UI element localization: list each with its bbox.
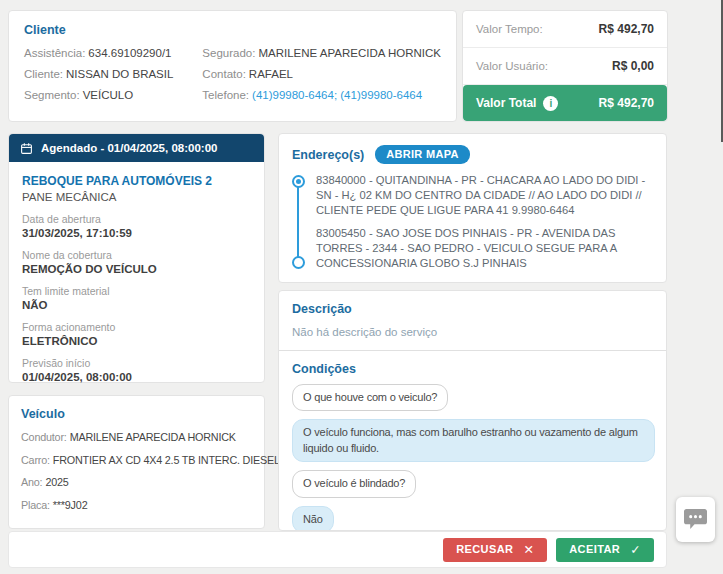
valor-usuario-value: R$ 0,00 [612,59,654,73]
field-contato: Contato:RAFAEL [202,68,441,80]
origin-marker-icon [292,175,305,188]
valor-total-value: R$ 492,70 [599,96,654,110]
valor-total-label: Valor Total i [476,96,558,111]
route-line [297,185,299,259]
detail-label: Previsão início [22,357,251,369]
address-card: Endereço(s) ABRIR MAPA 83840000 - QUITAN… [278,133,667,283]
chat-widget-button[interactable] [676,497,715,542]
valor-tempo-value: R$ 492,70 [599,22,654,36]
address-list: 83840000 - QUITANDINHA - PR - CHACARA AO… [292,173,653,271]
field-ano: Ano:2025 [21,471,252,494]
valor-usuario-row: Valor Usuário: R$ 0,00 [463,48,667,85]
field-label: Ano: [21,476,42,488]
field-value: 2025 [45,476,68,488]
scheduled-header-text: Agendado - 01/04/2025, 08:00:00 [41,142,217,154]
field-value: FRONTIER AX CD 4X4 2.5 TB INTERC. DIESEL [53,454,280,466]
detail-label: Tem limite material [22,285,251,297]
description-title: Descrição [292,302,655,316]
field-segurado: Segurado:MARILENE APARECIDA HORNICK [202,47,441,59]
field-label: Carro: [21,454,50,466]
address-card-title: Endereço(s) [292,148,364,162]
condition-question-bubble: O veículo é blindado? [292,470,416,497]
client-fields: Assistência:634.69109290/1 Cliente:NISSA… [24,47,441,110]
field-telefone: Telefone:(41)99980-6464; (41)99980-6464 [202,89,441,101]
detail-value: ELETRÔNICO [22,335,251,347]
valor-usuario-label: Valor Usuário: [476,60,548,72]
info-icon[interactable]: i [543,96,558,111]
field-label: Assistência: [24,47,85,59]
field-carro: Carro:FRONTIER AX CD 4X4 2.5 TB INTERC. … [21,449,252,472]
field-label: Condutor: [21,431,67,443]
vehicle-card: Veículo Condutor:MARILENE APARECIDA HORN… [8,395,265,529]
detail-label: Nome da cobertura [22,249,251,261]
address-origin-text: 83840000 - QUITANDINHA - PR - CHACARA AO… [316,173,653,217]
aceitar-button[interactable]: ACEITAR ✓ [556,538,654,562]
conditions-title: Condições [292,362,655,376]
valor-tempo-label: Valor Tempo: [476,23,543,35]
description-empty-text: Não há descrição do serviço [292,326,655,338]
scheduled-service-card: Agendado - 01/04/2025, 08:00:00 REBOQUE … [8,133,265,383]
detail-value: NÃO [22,299,251,311]
phone-link[interactable]: (41)99980-6464; (41)99980-6464 [252,89,422,101]
field-value: MARILENE APARECIDA HORNICK [70,431,236,443]
vehicle-card-title: Veículo [21,407,252,421]
field-condutor: Condutor:MARILENE APARECIDA HORNICK [21,426,252,449]
aceitar-label: ACEITAR [569,543,620,555]
client-card: Cliente Assistência:634.69109290/1 Clien… [8,10,457,122]
detail-label: Data de abertura [22,213,251,225]
field-segmento: Segmento:VEÍCULO [24,89,202,101]
field-label: Telefone: [202,89,249,101]
address-destination-text: 83005450 - SAO JOSE DOS PINHAIS - PR - A… [316,226,653,270]
detail-value: 31/03/2025, 17:10:59 [22,227,251,239]
client-fields-left: Assistência:634.69109290/1 Cliente:NISSA… [24,47,202,110]
field-label: Placa: [21,499,50,511]
description-section: Descrição Não há descrição do serviço [279,291,666,350]
client-fields-right: Segurado:MARILENE APARECIDA HORNICK Cont… [202,47,441,110]
field-placa: Placa:***9J02 [21,494,252,517]
field-cliente: Cliente:NISSAN DO BRASIL [24,68,202,80]
valor-total-row: Valor Total i R$ 492,70 [463,85,667,121]
condition-answer-bubble: O veículo funciona, mas com barulho estr… [292,419,655,462]
destination-marker-icon [292,256,305,269]
valor-total-text: Valor Total [476,96,536,110]
service-body: REBOQUE PARA AUTOMÓVEIS 2 PANE MECÂNICA … [9,162,264,391]
field-value: 634.69109290/1 [88,47,171,59]
recusar-button[interactable]: RECUSAR ✕ [443,538,547,562]
field-value: NISSAN DO BRASIL [66,68,173,80]
valor-tempo-row: Valor Tempo: R$ 492,70 [463,11,667,48]
address-origin-row: 83840000 - QUITANDINHA - PR - CHACARA AO… [292,173,653,217]
scheduled-header: Agendado - 01/04/2025, 08:00:00 [9,134,264,162]
field-value: MARILENE APARECIDA HORNICK [258,47,441,59]
condition-answer-bubble: Não [292,506,334,531]
field-value: VEÍCULO [83,89,134,101]
service-name: REBOQUE PARA AUTOMÓVEIS 2 [22,174,251,188]
check-icon: ✓ [630,542,641,557]
service-detail-page: Cliente Assistência:634.69109290/1 Clien… [0,0,723,574]
close-icon: ✕ [523,542,534,557]
condition-question-bubble: O que houve com o veiculo? [292,384,448,411]
field-label: Segurado: [202,47,255,59]
detail-value: REMOÇÃO DO VEÍCULO [22,263,251,275]
field-label: Cliente: [24,68,63,80]
description-conditions-card: Descrição Não há descrição do serviço Co… [278,290,667,531]
chat-bubble-icon [683,508,708,531]
field-label: Contato: [202,68,245,80]
recusar-label: RECUSAR [456,543,513,555]
field-label: Segmento: [24,89,80,101]
field-value: ***9J02 [53,499,88,511]
detail-label: Forma acionamento [22,321,251,333]
service-subtitle: PANE MECÂNICA [22,191,251,203]
values-card: Valor Tempo: R$ 492,70 Valor Usuário: R$… [462,10,668,122]
address-header: Endereço(s) ABRIR MAPA [292,145,653,164]
detail-value: 01/04/2025, 08:00:00 [22,371,251,383]
calendar-icon [20,142,33,155]
field-assistencia: Assistência:634.69109290/1 [24,47,202,59]
field-value: RAFAEL [249,68,293,80]
open-map-button[interactable]: ABRIR MAPA [375,145,469,164]
address-destination-row: 83005450 - SAO JOSE DOS PINHAIS - PR - A… [292,226,653,270]
conditions-section: Condições O que houve com o veiculo? O v… [279,351,666,531]
action-footer: RECUSAR ✕ ACEITAR ✓ [8,531,667,568]
client-card-title: Cliente [24,23,441,37]
